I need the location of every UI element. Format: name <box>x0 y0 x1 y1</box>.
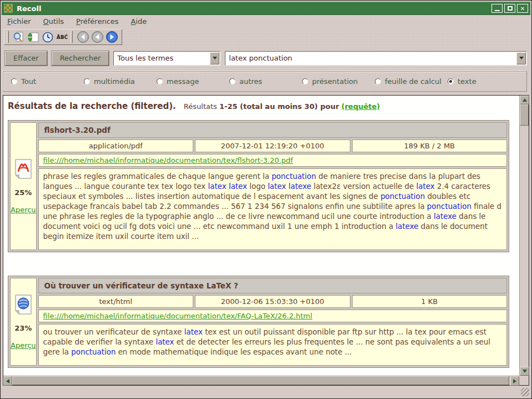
vertical-scroll-thumb[interactable] <box>520 104 529 126</box>
radio-presentation[interactable]: présentation <box>302 77 375 86</box>
radio-feuille-de-calcul[interactable]: feuille de calcul <box>375 77 448 86</box>
search-mode-combobox[interactable]: Tous les termes <box>113 51 220 66</box>
menubar: Fichier Outils Préférences Aide <box>3 15 529 28</box>
radio-icon <box>157 78 163 84</box>
result-2-url-cell: file:///home/michael/informatique/docume… <box>38 310 507 322</box>
result-1-snippet: phrase les regles grammaticales de chaqu… <box>38 168 507 250</box>
back-circle-icon <box>91 31 104 43</box>
menu-fichier[interactable]: Fichier <box>7 17 31 26</box>
search-input[interactable] <box>225 54 516 62</box>
result-1-size: 189 KB / 2 MB <box>352 139 507 152</box>
html-file-icon[interactable] <box>13 294 33 315</box>
results-stats: 1-25 (total au moins 30) pour <box>219 102 339 111</box>
chevron-down-icon <box>213 57 217 59</box>
minimize-button[interactable] <box>491 4 503 13</box>
results-list: Résultats de la recherche (filtered). Ré… <box>3 96 519 376</box>
preview-link[interactable]: Aperçu <box>11 206 36 214</box>
toolbar-handle[interactable] <box>7 31 9 43</box>
radio-texte[interactable]: texte <box>448 77 476 86</box>
titlebar[interactable]: Recoll ✕ <box>2 2 530 15</box>
close-icon: ✕ <box>520 6 525 12</box>
result-item-1: 25% Aperçu flshort-3.20.pdf application/… <box>8 120 509 252</box>
radio-icon <box>84 78 90 84</box>
result-1-mime: application/pdf <box>38 139 193 152</box>
minimize-icon <box>495 10 500 11</box>
results-panel: Résultats de la recherche (filtered). Ré… <box>3 95 529 386</box>
first-page-button[interactable] <box>76 31 90 44</box>
radio-icon <box>302 78 308 84</box>
radio-autres[interactable]: autres <box>229 77 302 86</box>
radio-icon <box>448 78 454 84</box>
preview-link[interactable]: Aperçu <box>11 341 36 350</box>
arrow-up-icon <box>523 98 527 102</box>
query-details-link[interactable]: (requête) <box>342 102 380 111</box>
result-1-title[interactable]: flshort-3.20.pdf <box>38 122 507 138</box>
vertical-scrollbar[interactable] <box>519 96 529 376</box>
pdf-file-icon[interactable] <box>13 158 33 179</box>
arrow-down-icon <box>523 370 527 373</box>
next-page-button[interactable] <box>104 31 119 44</box>
scroll-up-button[interactable] <box>520 96 529 104</box>
result-1-url-link[interactable]: file:///home/michael/informatique/docume… <box>43 156 293 164</box>
result-1-icon-column: 25% Aperçu <box>10 122 37 250</box>
scroll-left-button[interactable] <box>3 376 12 386</box>
clear-button[interactable]: Effacer <box>5 51 47 66</box>
menu-aide[interactable]: Aide <box>131 17 147 26</box>
horizontal-scroll-thumb[interactable] <box>12 376 509 385</box>
result-2-icon-column: 23% Aperçu <box>10 278 37 366</box>
radio-icon <box>11 78 17 84</box>
horizontal-scrollbar[interactable] <box>3 376 519 385</box>
sort-by-date-button[interactable] <box>41 31 55 44</box>
radio-tout[interactable]: Tout <box>11 77 84 86</box>
radio-message[interactable]: message <box>157 77 229 86</box>
back-circle-icon <box>77 31 89 43</box>
window-bottom-edge <box>3 386 529 398</box>
search-mode-value: Tous les termes <box>114 54 209 62</box>
radio-icon <box>229 78 235 84</box>
result-item-2: 23% Aperçu Où trouver un vérificateur de… <box>8 276 509 368</box>
document-search-icon <box>13 31 25 43</box>
menu-preferences[interactable]: Préférences <box>76 17 118 26</box>
maximize-icon <box>508 6 513 11</box>
radio-icon <box>375 78 381 84</box>
vertical-scroll-trough[interactable] <box>520 126 529 367</box>
category-filter-frame: Tout multimédia message autres présentat… <box>3 71 527 92</box>
result-2-date: 2000-12-06 15:03:30 +0100 <box>195 295 350 308</box>
term-explorer-button[interactable]: ÂBĈ <box>55 31 69 44</box>
results-header: Résultats de la recherche (filtered). Ré… <box>7 100 516 111</box>
sort-parameters-button[interactable] <box>26 31 41 44</box>
query-dropdown-arrow[interactable] <box>516 52 526 64</box>
toolbar-handle-2[interactable] <box>71 31 73 43</box>
abc-spell-icon: ÂBĈ <box>57 34 68 40</box>
window-title: Recoll <box>17 4 491 13</box>
recoll-window: Recoll ✕ Fichier Outils Préférences Aide <box>0 0 532 399</box>
result-2-title[interactable]: Où trouver un vérificateur de syntaxe La… <box>38 278 507 293</box>
search-button[interactable]: Rechercher <box>52 51 109 66</box>
resize-grip[interactable] <box>521 388 529 396</box>
relevance-percent: 25% <box>14 188 32 197</box>
scrollbar-corner <box>519 376 529 385</box>
close-button[interactable]: ✕ <box>517 4 528 13</box>
toolbar-panel: ÂBĈ <box>4 29 122 45</box>
result-2-mime: text/html <box>38 295 193 308</box>
query-combobox[interactable] <box>225 51 527 66</box>
scroll-right-button[interactable] <box>510 376 519 386</box>
result-2-size: 1 KB <box>352 295 508 308</box>
arrow-left-icon <box>6 379 9 383</box>
results-lead: Résultats <box>184 102 217 111</box>
search-controls: Effacer Rechercher Tous les termes <box>3 51 529 66</box>
radio-multimedia[interactable]: multimédia <box>84 77 157 86</box>
chevron-down-icon <box>519 57 524 59</box>
result-2-url-link[interactable]: file:///home/michael/informatique/docume… <box>43 312 313 320</box>
result-1-url-cell: file:///home/michael/informatique/docume… <box>38 154 507 167</box>
menu-outils[interactable]: Outils <box>43 17 64 26</box>
mode-dropdown-arrow[interactable] <box>210 52 219 64</box>
result-2-snippet: ou trouver un verificateur de syntaxe la… <box>38 324 507 366</box>
clock-icon <box>42 31 54 43</box>
app-icon <box>4 4 13 13</box>
previous-page-button[interactable] <box>90 31 104 44</box>
new-search-button[interactable] <box>12 31 26 44</box>
document-sort-icon <box>27 31 39 43</box>
maximize-button[interactable] <box>504 4 515 13</box>
scroll-down-button[interactable] <box>520 367 529 376</box>
